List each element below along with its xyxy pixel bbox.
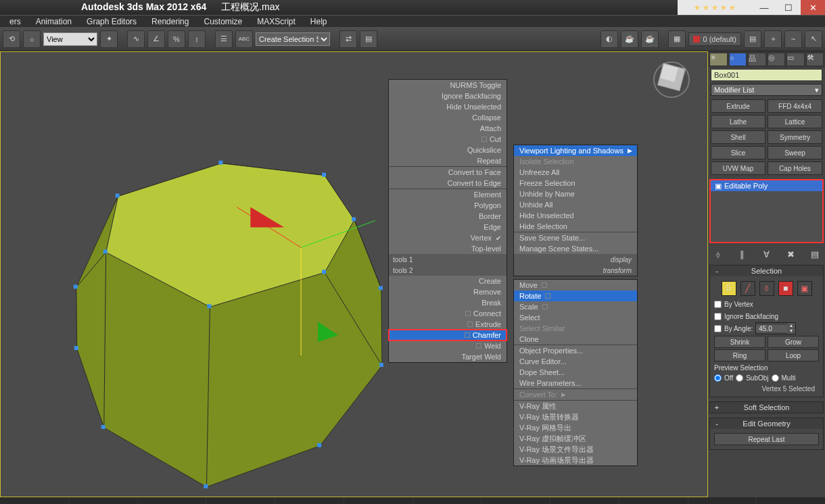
ctx-dope-sheet[interactable]: Dope Sheet... — [514, 367, 637, 378]
ctx-element[interactable]: Element — [389, 189, 506, 200]
view-cube[interactable] — [648, 56, 695, 103]
mod-capholes[interactable]: Cap Holes — [768, 161, 822, 175]
ctx-vray-props[interactable]: V-Ray 属性 — [514, 401, 637, 411]
ctx-vertex[interactable]: Vertex✔ — [389, 232, 506, 243]
ctx-attach[interactable]: Attach — [389, 123, 506, 134]
ctx-vray-mesh-export[interactable]: V-Ray 网格导出 — [514, 422, 637, 433]
ctx-quickslice[interactable]: Quickslice — [389, 145, 506, 155]
tab-create[interactable]: ✳ — [709, 53, 728, 66]
ctx-object-properties[interactable]: Object Properties... — [514, 345, 637, 356]
opt-by-vertex[interactable]: By Vertex — [714, 298, 819, 310]
ctx-vray-anim-export[interactable]: V-Ray 动画场景导出器 — [514, 455, 637, 465]
tab-display[interactable]: ▭ — [786, 53, 805, 66]
ctx-wire-params[interactable]: Wire Parameters... — [514, 378, 637, 388]
radio-multi[interactable] — [772, 374, 779, 382]
ctx-select[interactable]: Select — [514, 312, 637, 323]
mirror-icon[interactable]: ⇄ — [339, 30, 357, 48]
axis-icon[interactable]: ✦ — [100, 30, 118, 48]
ctx-isolate-selection[interactable]: Isolate Selection — [514, 156, 637, 167]
mod-lattice[interactable]: Lattice — [768, 115, 822, 128]
btn-loop[interactable]: Loop — [768, 349, 819, 361]
ctx-hide-selection[interactable]: Hide Selection — [514, 221, 637, 232]
ctx-hide-unselected2[interactable]: Hide Unselected — [514, 210, 637, 221]
modifier-stack[interactable]: ▣Editable Poly — [709, 179, 824, 243]
opt-by-angle[interactable]: By Angle: 45.0▴▾ — [714, 322, 819, 334]
pin-stack-icon[interactable]: ⎀ — [712, 248, 724, 260]
ctx-vray-vfb[interactable]: V-Ray 虚拟帧缓冲区 — [514, 433, 637, 444]
minimize-button[interactable]: — — [752, 0, 776, 15]
show-end-result-icon[interactable]: ∥ — [736, 248, 749, 260]
ctx-hide-unselected[interactable]: Hide Unselected — [389, 101, 506, 112]
ref-coord-select[interactable]: View — [43, 32, 97, 46]
ctx-target-weld[interactable]: Target Weld — [389, 351, 506, 362]
angle-spinner[interactable]: 45.0▴▾ — [755, 322, 796, 334]
ctx-vray-scene-conv[interactable]: V-Ray 场景转换器 — [514, 411, 637, 422]
layer-manager-icon[interactable]: ▦ — [668, 30, 686, 48]
ctx-select-similar[interactable]: Select Similar — [514, 323, 637, 334]
mod-shell[interactable]: Shell — [711, 130, 765, 144]
ctx-clone[interactable]: Clone — [514, 334, 637, 345]
menu-rendering[interactable]: Rendering — [145, 17, 195, 26]
tab-utilities[interactable]: 🛠 — [806, 53, 824, 66]
ctx-border[interactable]: Border — [389, 211, 506, 222]
ctx-cut-small[interactable]: Cut — [389, 134, 506, 145]
ctx-curve-editor[interactable]: Curve Editor... — [514, 356, 637, 367]
ctx-ignore-backfacing[interactable]: Ignore Backfacing — [389, 91, 506, 101]
ctx-unfreeze-all[interactable]: Unfreeze All — [514, 167, 637, 178]
radio-off[interactable] — [714, 374, 722, 382]
ctx-repeat[interactable]: Repeat — [389, 155, 506, 166]
rollup-selection-head[interactable]: -Selection — [710, 266, 823, 276]
rollup-edit-geometry-head[interactable]: -Edit Geometry — [710, 418, 823, 429]
snap-toggle-icon[interactable]: ∿ — [127, 30, 145, 48]
radio-subobj[interactable] — [736, 374, 743, 382]
named-sel-icon[interactable]: ☰ — [215, 30, 233, 48]
stack-editable-poly[interactable]: ▣Editable Poly — [711, 180, 822, 191]
menu-ers[interactable]: ers — [3, 17, 28, 26]
teapot2-icon[interactable]: ☕ — [641, 30, 659, 48]
ctx-vray-scene-export[interactable]: V-Ray 场景文件导出器 — [514, 444, 637, 455]
link-icon[interactable]: ⟐ — [23, 30, 41, 48]
spinner-snap-icon[interactable]: ↕ — [188, 30, 206, 48]
ctx-unhide-by-name[interactable]: Unhide by Name — [514, 188, 637, 199]
ctx-freeze-selection[interactable]: Freeze Selection — [514, 178, 637, 188]
material-editor-icon[interactable]: ◐ — [600, 30, 618, 48]
btn-repeat-last[interactable]: Repeat Last — [714, 433, 819, 445]
undo-icon[interactable]: ⟲ — [3, 30, 20, 48]
layer-select[interactable]: 0 (default) — [688, 32, 741, 46]
so-polygon[interactable]: ■ — [778, 281, 793, 296]
ctx-collapse[interactable]: Collapse — [389, 112, 506, 123]
tab-motion[interactable]: ◎ — [768, 53, 786, 66]
so-edge[interactable]: ╱ — [740, 281, 755, 296]
open-layer-icon[interactable]: ▤ — [744, 30, 761, 48]
align-icon[interactable]: ▤ — [360, 30, 377, 48]
ctx-viewport-lighting[interactable]: Viewport Lighting and Shadows▶ — [514, 145, 637, 156]
abc-icon[interactable]: ABC — [235, 30, 253, 48]
ctx-rotate[interactable]: Rotate — [514, 291, 637, 301]
mod-extrude[interactable]: Extrude — [711, 99, 765, 113]
ctx-chamfer[interactable]: Chamfer — [389, 330, 506, 341]
close-button[interactable]: ✕ — [801, 0, 825, 15]
percent-snap-icon[interactable]: % — [168, 30, 185, 48]
tab-modify[interactable]: ⟐ — [729, 53, 747, 66]
mod-slice[interactable]: Slice — [711, 146, 765, 159]
ctx-nurms-toggle[interactable]: NURMS Toggle — [389, 80, 506, 91]
viewport[interactable]: NURMS Toggle Ignore Backfacing Hide Unse… — [0, 51, 708, 497]
tab-hierarchy[interactable]: 品 — [748, 53, 766, 66]
ctx-extrude[interactable]: Extrude — [389, 319, 506, 330]
selection-set-select[interactable]: Create Selection Se — [256, 32, 330, 46]
object-name-input[interactable] — [711, 69, 822, 81]
make-unique-icon[interactable]: ∀ — [761, 248, 773, 260]
so-border[interactable]: ◊ — [759, 281, 774, 296]
maximize-button[interactable]: ☐ — [776, 0, 801, 15]
add-layer-icon[interactable]: ＋ — [764, 30, 782, 48]
opt-ignore-backfacing[interactable]: Ignore Backfacing — [714, 310, 819, 322]
ctx-create[interactable]: Create — [389, 276, 506, 286]
ctx-polygon[interactable]: Polygon — [389, 200, 506, 211]
ctx-edge[interactable]: Edge — [389, 222, 506, 232]
curve-editor-icon[interactable]: ~ — [784, 30, 802, 48]
ctx-top-level[interactable]: Top-level — [389, 243, 506, 254]
menu-help[interactable]: Help — [304, 17, 334, 26]
btn-shrink[interactable]: Shrink — [714, 336, 765, 348]
ctx-weld[interactable]: Weld — [389, 341, 506, 351]
ctx-remove[interactable]: Remove — [389, 286, 506, 297]
